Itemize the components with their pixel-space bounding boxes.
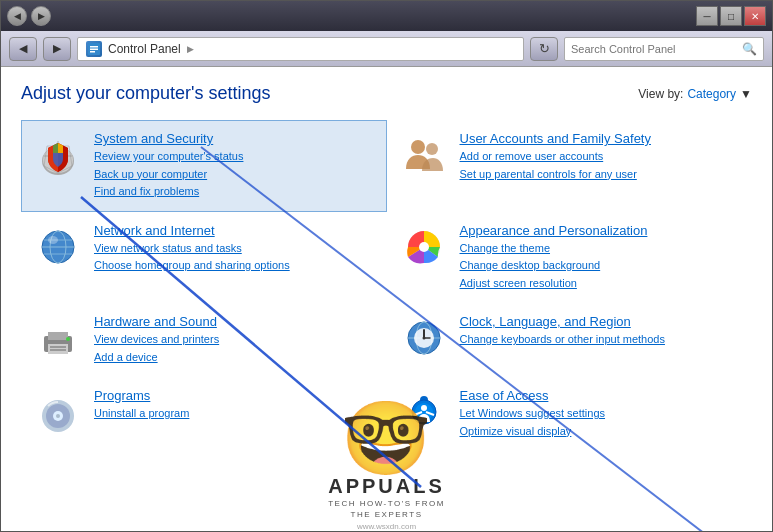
user-accounts-links: Add or remove user accounts Set up paren…	[460, 148, 740, 182]
category-user-accounts[interactable]: User Accounts and Family Safety Add or r…	[387, 120, 753, 212]
search-input[interactable]	[571, 43, 738, 55]
system-security-links: Review your computer's status Back up yo…	[94, 148, 374, 200]
search-box[interactable]: 🔍	[564, 37, 764, 61]
category-hardware[interactable]: Hardware and Sound View devices and prin…	[21, 303, 387, 377]
user-accounts-link-1[interactable]: Add or remove user accounts	[460, 148, 740, 165]
programs-icon	[34, 388, 82, 436]
network-content: Network and Internet View network status…	[94, 223, 374, 275]
watermark-tagline: TECH HOW-TO'S FROM THE EXPERTS	[328, 498, 445, 520]
network-title[interactable]: Network and Internet	[94, 223, 374, 238]
ease-access-link-2[interactable]: Optimize visual display	[460, 423, 740, 440]
ease-access-content: Ease of Access Let Windows suggest setti…	[460, 388, 740, 440]
system-security-link-2[interactable]: Back up your computer	[94, 166, 374, 183]
appearance-link-1[interactable]: Change the theme	[460, 240, 740, 257]
hardware-link-2[interactable]: Add a device	[94, 349, 374, 366]
clock-link-1[interactable]: Change keyboards or other input methods	[460, 331, 740, 348]
refresh-button[interactable]: ↻	[530, 37, 558, 61]
network-icon	[34, 223, 82, 271]
svg-point-15	[419, 242, 429, 252]
category-system-security[interactable]: System and Security Review your computer…	[21, 120, 387, 212]
clock-title[interactable]: Clock, Language, and Region	[460, 314, 740, 329]
network-link-2[interactable]: Choose homegroup and sharing options	[94, 257, 374, 274]
address-icon	[86, 41, 102, 57]
minimize-button[interactable]: ─	[696, 6, 718, 26]
category-network[interactable]: Network and Internet View network status…	[21, 212, 387, 304]
address-arrow: ▶	[187, 44, 194, 54]
watermark: 🤓 APPUALS TECH HOW-TO'S FROM THE EXPERTS…	[328, 402, 445, 531]
maximize-button[interactable]: □	[720, 6, 742, 26]
watermark-site: www.wsxdn.com	[357, 522, 416, 531]
ease-access-title[interactable]: Ease of Access	[460, 388, 740, 403]
watermark-character: 🤓	[341, 402, 431, 474]
system-security-link-1[interactable]: Review your computer's status	[94, 148, 374, 165]
title-bar: ◀ ▶ ─ □ ✕	[1, 1, 772, 31]
clock-links: Change keyboards or other input methods	[460, 331, 740, 348]
svg-rect-17	[48, 332, 68, 340]
hardware-content: Hardware and Sound View devices and prin…	[94, 314, 374, 366]
main-window: ◀ ▶ ─ □ ✕ ◀ ▶ Control Panel ▶ ↻	[0, 0, 773, 532]
back-button[interactable]: ◀	[9, 37, 37, 61]
network-link-1[interactable]: View network status and tasks	[94, 240, 374, 257]
ease-access-link-1[interactable]: Let Windows suggest settings	[460, 405, 740, 422]
svg-point-13	[48, 236, 58, 244]
category-clock[interactable]: Clock, Language, and Region Change keybo…	[387, 303, 753, 377]
svg-point-6	[411, 140, 425, 154]
system-security-title[interactable]: System and Security	[94, 131, 374, 146]
appearance-icon	[400, 223, 448, 271]
hardware-title[interactable]: Hardware and Sound	[94, 314, 374, 329]
ease-access-links: Let Windows suggest settings Optimize vi…	[460, 405, 740, 439]
hardware-links: View devices and printers Add a device	[94, 331, 374, 365]
svg-point-21	[66, 337, 70, 341]
user-accounts-icon	[400, 131, 448, 179]
svg-point-7	[426, 143, 438, 155]
close-button[interactable]: ✕	[744, 6, 766, 26]
page-title: Adjust your computer's settings	[21, 83, 271, 104]
view-by: View by: Category ▼	[638, 87, 752, 101]
svg-rect-20	[50, 349, 66, 351]
appearance-links: Change the theme Change desktop backgrou…	[460, 240, 740, 292]
hardware-link-1[interactable]: View devices and printers	[94, 331, 374, 348]
user-accounts-link-2[interactable]: Set up parental controls for any user	[460, 166, 740, 183]
user-accounts-title[interactable]: User Accounts and Family Safety	[460, 131, 740, 146]
clock-icon	[400, 314, 448, 362]
svg-point-28	[422, 337, 425, 340]
main-content: Adjust your computer's settings View by:…	[1, 67, 772, 531]
page-header: Adjust your computer's settings View by:…	[21, 83, 752, 104]
watermark-brand: APPUALS	[328, 474, 445, 498]
system-security-icon	[34, 131, 82, 179]
appearance-link-2[interactable]: Change desktop background	[460, 257, 740, 274]
view-by-chevron: ▼	[740, 87, 752, 101]
svg-rect-2	[90, 48, 98, 50]
address-field[interactable]: Control Panel ▶	[77, 37, 524, 61]
svg-rect-19	[50, 346, 66, 348]
search-icon[interactable]: 🔍	[742, 42, 757, 56]
network-links: View network status and tasks Choose hom…	[94, 240, 374, 274]
view-by-label: View by:	[638, 87, 683, 101]
user-accounts-content: User Accounts and Family Safety Add or r…	[460, 131, 740, 183]
nav-back-btn[interactable]: ◀	[7, 6, 27, 26]
appearance-content: Appearance and Personalization Change th…	[460, 223, 740, 293]
appearance-link-3[interactable]: Adjust screen resolution	[460, 275, 740, 292]
svg-point-32	[56, 414, 60, 418]
view-by-value[interactable]: Category	[687, 87, 736, 101]
svg-rect-3	[90, 51, 95, 53]
address-text: Control Panel	[108, 42, 181, 56]
nav-forward-btn[interactable]: ▶	[31, 6, 51, 26]
forward-button[interactable]: ▶	[43, 37, 71, 61]
category-appearance[interactable]: Appearance and Personalization Change th…	[387, 212, 753, 304]
appearance-title[interactable]: Appearance and Personalization	[460, 223, 740, 238]
clock-content: Clock, Language, and Region Change keybo…	[460, 314, 740, 349]
hardware-icon	[34, 314, 82, 362]
system-security-link-3[interactable]: Find and fix problems	[94, 183, 374, 200]
window-controls: ─ □ ✕	[696, 6, 766, 26]
svg-rect-1	[90, 46, 98, 48]
system-security-content: System and Security Review your computer…	[94, 131, 374, 201]
address-bar: ◀ ▶ Control Panel ▶ ↻ 🔍	[1, 31, 772, 67]
